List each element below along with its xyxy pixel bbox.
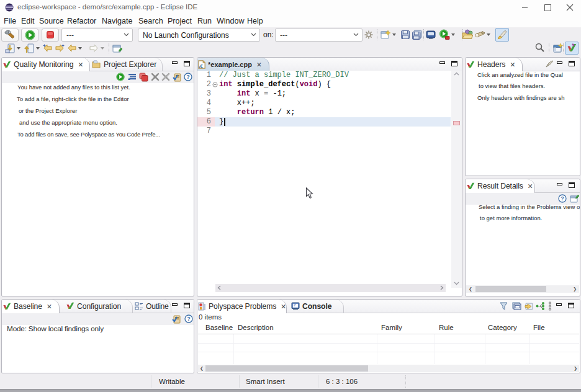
svg-text:?: ? <box>186 74 190 80</box>
svg-text:?: ? <box>561 195 564 202</box>
svg-text:.c: .c <box>199 62 203 69</box>
svg-text:?: ? <box>187 316 191 322</box>
